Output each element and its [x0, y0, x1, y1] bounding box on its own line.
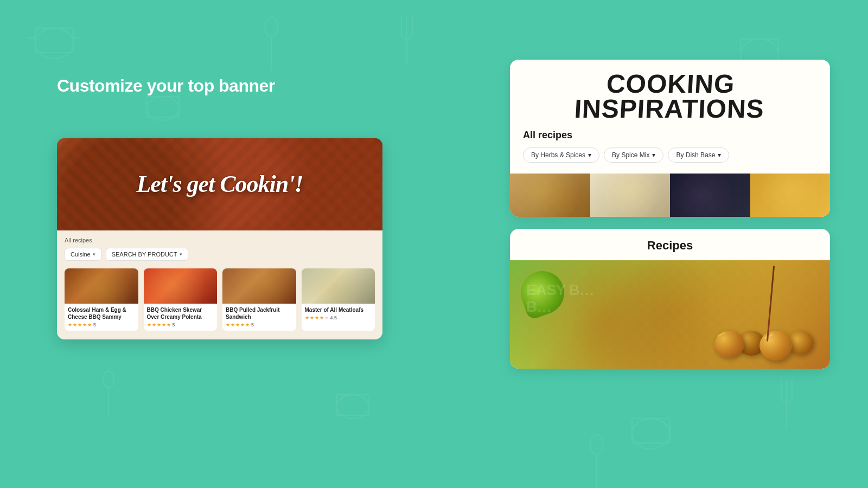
svg-point-8 — [336, 395, 369, 419]
cooking-logo: COOKING INSPIRATIONS — [522, 72, 819, 121]
svg-point-16 — [103, 371, 114, 388]
star-icon: ★ — [235, 322, 240, 328]
star-empty-icon: ★ — [324, 315, 329, 320]
recipe-grid: Colossal Ham & Egg & Cheese BBQ Sammy ★ … — [65, 268, 375, 331]
left-card-body: All recipes Cuisine ▾ SEARCH BY PRODUCT … — [57, 230, 382, 339]
page-title: Customize your top banner — [57, 76, 275, 96]
svg-point-4 — [146, 97, 179, 120]
recipe-card[interactable]: BBQ Pulled Jackfruit Sandwich ★ ★ ★ ★ ★ … — [222, 268, 296, 331]
svg-point-12 — [265, 17, 278, 37]
recipe-name: BBQ Chicken Skewar Over Creamy Polenta — [147, 306, 214, 320]
cuisine-label: Cuisine — [71, 251, 91, 258]
star-icon: ★ — [245, 322, 250, 328]
chevron-down-icon: ▾ — [718, 151, 721, 159]
banner-headline: Let's get Cookin'! — [136, 172, 303, 196]
chevron-down-icon: ▾ — [180, 252, 182, 257]
bg-text: EASY B…B… — [526, 282, 594, 316]
logo-line1: COOKING — [523, 72, 818, 97]
logo-line2: INSPIRATIONS — [522, 97, 817, 121]
recipe-info: Master of All Meatloafs ★ ★ ★ ★ ★ 4.5 — [302, 304, 375, 324]
recipes-title: Recipes — [510, 229, 830, 260]
recipe-card[interactable]: Colossal Ham & Egg & Cheese BBQ Sammy ★ … — [65, 268, 138, 331]
star-icon: ★ — [82, 322, 87, 328]
right-column: COOKING INSPIRATIONS All recipes By Herb… — [510, 60, 830, 369]
chevron-down-icon: ▾ — [93, 252, 95, 257]
food-image-1 — [510, 174, 590, 217]
dish-base-label: By Dish Base — [676, 151, 715, 159]
star-icon: ★ — [147, 322, 151, 328]
food-balls-cluster — [714, 331, 814, 361]
recipe-card[interactable]: BBQ Chicken Skewar Over Creamy Polenta ★… — [144, 268, 218, 331]
cooking-card-images — [510, 174, 830, 217]
rating-count: 4.5 — [330, 315, 337, 320]
recipes-hero-image: EASY B…B… — [510, 260, 830, 369]
cooking-all-recipes-label: All recipes — [523, 130, 817, 141]
star-icon: ★ — [315, 315, 319, 320]
star-rating: ★ ★ ★ ★ ★ 5 — [147, 322, 214, 328]
star-icon: ★ — [87, 322, 92, 328]
star-icon: ★ — [157, 322, 161, 328]
chevron-down-icon: ▾ — [652, 151, 655, 159]
product-label: SEARCH BY PRODUCT — [112, 251, 177, 258]
herbs-spices-filter[interactable]: By Herbs & Spices ▾ — [523, 147, 599, 163]
star-rating: ★ ★ ★ ★ ★ 5 — [226, 322, 293, 328]
recipe-card[interactable]: Master of All Meatloafs ★ ★ ★ ★ ★ 4.5 — [302, 268, 375, 331]
star-icon: ★ — [152, 322, 156, 328]
food-image-4 — [750, 174, 831, 217]
recipe-name: BBQ Pulled Jackfruit Sandwich — [226, 306, 293, 320]
star-icon: ★ — [68, 322, 72, 328]
star-icon: ★ — [162, 322, 166, 328]
star-icon: ★ — [305, 315, 309, 320]
cooking-filters-row: By Herbs & Spices ▾ By Spice Mix ▾ By Di… — [523, 147, 817, 163]
recipe-info: BBQ Pulled Jackfruit Sandwich ★ ★ ★ ★ ★ … — [222, 304, 296, 331]
all-recipes-label: All recipes — [65, 237, 375, 243]
cuisine-filter[interactable]: Cuisine ▾ — [65, 248, 101, 261]
recipes-card: Recipes EASY B…B… — [510, 229, 830, 369]
recipe-info: BBQ Chicken Skewar Over Creamy Polenta ★… — [144, 304, 218, 331]
food-image-2 — [590, 174, 671, 217]
spice-mix-filter[interactable]: By Spice Mix ▾ — [604, 147, 663, 163]
svg-point-10 — [632, 419, 670, 449]
chevron-down-icon: ▾ — [588, 151, 591, 159]
spice-mix-label: By Spice Mix — [612, 151, 649, 159]
cooking-inspirations-card: COOKING INSPIRATIONS All recipes By Herb… — [510, 60, 830, 217]
rating-count: 5 — [251, 322, 254, 328]
food-image-3 — [670, 174, 750, 217]
left-card: Let's get Cookin'! All recipes Cuisine ▾… — [57, 138, 382, 339]
svg-point-14 — [590, 435, 603, 454]
star-icon: ★ — [320, 315, 324, 320]
star-icon: ★ — [73, 322, 77, 328]
product-filter[interactable]: SEARCH BY PRODUCT ▾ — [106, 248, 188, 261]
star-icon: ★ — [240, 322, 245, 328]
star-icon: ★ — [231, 322, 235, 328]
svg-rect-11 — [632, 419, 670, 443]
star-icon: ★ — [310, 315, 314, 320]
star-icon: ★ — [226, 322, 230, 328]
recipe-name: Colossal Ham & Egg & Cheese BBQ Sammy — [68, 306, 135, 320]
star-rating: ★ ★ ★ ★ ★ 4.5 — [305, 315, 372, 320]
banner-image: Let's get Cookin'! — [57, 138, 382, 230]
rating-count: 5 — [173, 322, 175, 328]
rating-count: 5 — [93, 322, 96, 328]
svg-point-0 — [35, 28, 73, 59]
svg-rect-1 — [35, 28, 73, 53]
cooking-card-top: COOKING INSPIRATIONS All recipes By Herb… — [510, 60, 830, 174]
star-rating: ★ ★ ★ ★ ★ 5 — [68, 322, 135, 328]
svg-rect-5 — [146, 97, 179, 117]
recipe-name: Master of All Meatloafs — [305, 306, 372, 313]
dish-base-filter[interactable]: By Dish Base ▾ — [668, 147, 729, 163]
star-icon: ★ — [78, 322, 82, 328]
star-icon: ★ — [167, 322, 171, 328]
herbs-spices-label: By Herbs & Spices — [531, 151, 585, 159]
recipe-info: Colossal Ham & Egg & Cheese BBQ Sammy ★ … — [65, 304, 138, 331]
svg-rect-9 — [336, 395, 369, 415]
filter-row: Cuisine ▾ SEARCH BY PRODUCT ▾ — [65, 248, 375, 261]
